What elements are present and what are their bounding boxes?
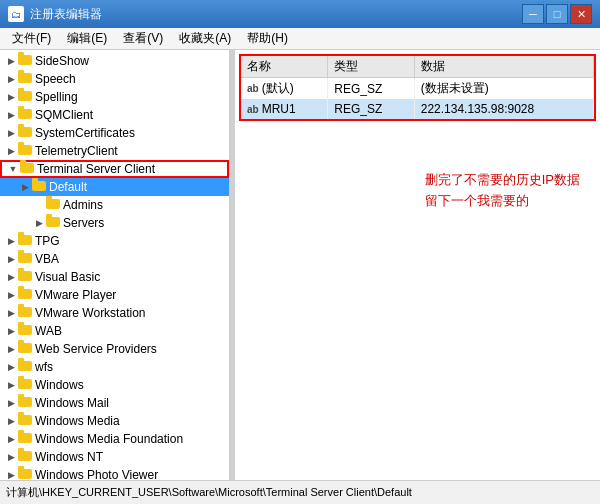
folder-yellow-icon — [18, 289, 32, 299]
folder-yellow-icon — [18, 415, 32, 425]
tree-item[interactable]: ▶SQMClient — [0, 106, 229, 124]
menu-item-a[interactable]: 收藏夹(A) — [171, 28, 239, 49]
minimize-button[interactable]: ─ — [522, 4, 544, 24]
folder-yellow-icon — [18, 361, 32, 371]
tree-item[interactable]: ▶SystemCertificates — [0, 124, 229, 142]
tree-item[interactable]: ▶TPG — [0, 232, 229, 250]
table-row[interactable]: ab(默认)REG_SZ(数据未设置) — [241, 78, 594, 100]
menu-item-f[interactable]: 文件(F) — [4, 28, 59, 49]
folder-yellow-icon — [18, 55, 32, 65]
tree-toggle[interactable]: ▶ — [4, 252, 18, 266]
tree-toggle[interactable]: ▼ — [6, 162, 20, 176]
tree-toggle[interactable]: ▶ — [18, 180, 32, 194]
close-button[interactable]: ✕ — [570, 4, 592, 24]
tree-toggle[interactable]: ▶ — [4, 288, 18, 302]
tree-item[interactable]: ▶Visual Basic — [0, 268, 229, 286]
tree-item[interactable]: ▶TelemetryClient — [0, 142, 229, 160]
col-header-data: 数据 — [414, 56, 593, 78]
tree-panel[interactable]: ▶SideShow▶Speech▶Spelling▶SQMClient▶Syst… — [0, 50, 230, 480]
tree-item[interactable]: ▶VBA — [0, 250, 229, 268]
tree-toggle[interactable]: ▶ — [4, 396, 18, 410]
folder-yellow-icon — [18, 343, 32, 353]
tree-toggle[interactable] — [32, 198, 46, 212]
tree-item[interactable]: ▶Spelling — [0, 88, 229, 106]
tree-item[interactable]: ▶Speech — [0, 70, 229, 88]
tree-toggle[interactable]: ▶ — [4, 108, 18, 122]
tree-item[interactable]: ▶Servers — [0, 214, 229, 232]
tree-item-label: SQMClient — [35, 108, 93, 122]
table-row[interactable]: abMRU1REG_SZ222.134.135.98:9028 — [241, 99, 594, 119]
tree-item[interactable]: Admins — [0, 196, 229, 214]
tree-toggle[interactable]: ▶ — [4, 126, 18, 140]
tree-toggle[interactable]: ▶ — [4, 342, 18, 356]
tree-item[interactable]: ▶Web Service Providers — [0, 340, 229, 358]
folder-yellow-icon — [32, 181, 46, 191]
folder-yellow-icon — [18, 91, 32, 101]
tree-item-label: Windows Media Foundation — [35, 432, 183, 446]
menu-item-v[interactable]: 查看(V) — [115, 28, 171, 49]
tree-item-label: Web Service Providers — [35, 342, 157, 356]
tree-item-label: SystemCertificates — [35, 126, 135, 140]
tree-item[interactable]: ▶WAB — [0, 322, 229, 340]
folder-yellow-icon — [18, 145, 32, 155]
tree-item-label: Windows — [35, 378, 84, 392]
tree-item-label: Terminal Server Client — [37, 162, 155, 176]
title-bar: 🗂 注册表编辑器 ─ □ ✕ — [0, 0, 600, 28]
folder-yellow-icon — [20, 163, 34, 173]
tree-item[interactable]: ▶Windows Photo Viewer — [0, 466, 229, 480]
tree-item[interactable]: ▶SideShow — [0, 52, 229, 70]
tree-toggle[interactable]: ▶ — [4, 234, 18, 248]
tree-item-label: Default — [49, 180, 87, 194]
tree-item-label: Visual Basic — [35, 270, 100, 284]
reg-name-text: MRU1 — [262, 102, 296, 116]
folder-yellow-icon — [18, 451, 32, 461]
tree-item-label: Windows NT — [35, 450, 103, 464]
tree-item[interactable]: ▶wfs — [0, 358, 229, 376]
folder-icon — [18, 126, 32, 140]
annotation-text: 删完了不需要的历史IP数据 留下一个我需要的 — [425, 170, 580, 212]
tree-toggle[interactable]: ▶ — [32, 216, 46, 230]
tree-toggle[interactable]: ▶ — [4, 144, 18, 158]
tree-item[interactable]: ▶Windows — [0, 376, 229, 394]
col-header-type: 类型 — [328, 56, 414, 78]
tree-toggle[interactable]: ▶ — [4, 72, 18, 86]
tree-toggle[interactable]: ▶ — [4, 360, 18, 374]
reg-type-icon: ab — [247, 83, 259, 94]
folder-yellow-icon — [46, 199, 60, 209]
folder-icon — [32, 180, 46, 194]
folder-icon — [18, 378, 32, 392]
tree-toggle[interactable]: ▶ — [4, 54, 18, 68]
folder-icon — [18, 414, 32, 428]
tree-toggle[interactable]: ▶ — [4, 90, 18, 104]
tree-toggle[interactable]: ▶ — [4, 378, 18, 392]
tree-item-label: Windows Photo Viewer — [35, 468, 158, 480]
folder-icon — [18, 306, 32, 320]
tree-toggle[interactable]: ▶ — [4, 432, 18, 446]
main-content: ▶SideShow▶Speech▶Spelling▶SQMClient▶Syst… — [0, 50, 600, 480]
tree-toggle[interactable]: ▶ — [4, 306, 18, 320]
tree-item-label: Admins — [63, 198, 103, 212]
tree-item[interactable]: ▶Windows Mail — [0, 394, 229, 412]
tree-item[interactable]: ▶Windows Media Foundation — [0, 430, 229, 448]
folder-icon — [18, 252, 32, 266]
tree-toggle[interactable]: ▶ — [4, 270, 18, 284]
folder-yellow-icon — [46, 217, 60, 227]
tree-item[interactable]: ▼Terminal Server Client — [0, 160, 229, 178]
tree-item[interactable]: ▶VMware Workstation — [0, 304, 229, 322]
tree-toggle[interactable]: ▶ — [4, 468, 18, 480]
menu-item-e[interactable]: 编辑(E) — [59, 28, 115, 49]
tree-item-label: TelemetryClient — [35, 144, 118, 158]
col-header-name: 名称 — [241, 56, 328, 78]
menu-item-h[interactable]: 帮助(H) — [239, 28, 296, 49]
tree-item[interactable]: ▶Windows Media — [0, 412, 229, 430]
tree-item[interactable]: ▶VMware Player — [0, 286, 229, 304]
tree-toggle[interactable]: ▶ — [4, 450, 18, 464]
tree-toggle[interactable]: ▶ — [4, 324, 18, 338]
tree-item[interactable]: ▶Default — [0, 178, 229, 196]
reg-type-icon: ab — [247, 104, 259, 115]
maximize-button[interactable]: □ — [546, 4, 568, 24]
tree-item-label: VBA — [35, 252, 59, 266]
tree-toggle[interactable]: ▶ — [4, 414, 18, 428]
tree-item[interactable]: ▶Windows NT — [0, 448, 229, 466]
status-bar: 计算机\HKEY_CURRENT_USER\Software\Microsoft… — [0, 480, 600, 504]
